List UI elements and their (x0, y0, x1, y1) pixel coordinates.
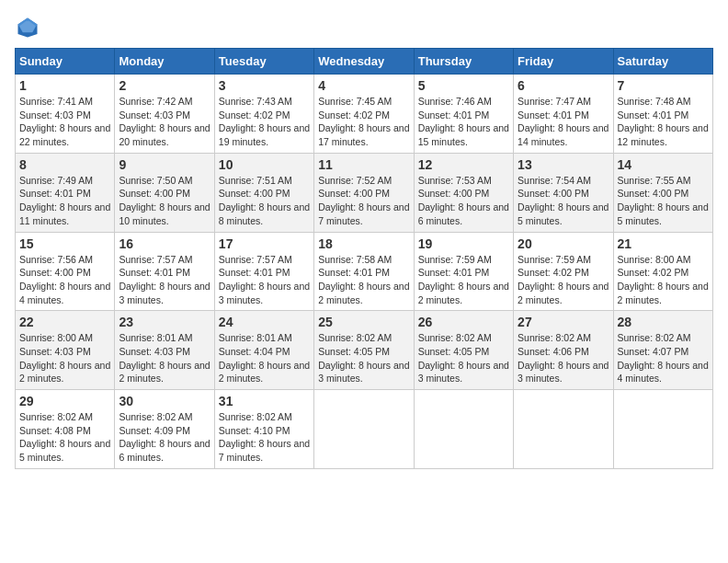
weekday-header-friday: Friday (514, 49, 613, 75)
day-detail: Sunrise: 7:50 AM Sunset: 4:00 PM Dayligh… (119, 174, 210, 228)
calendar-cell (314, 390, 414, 469)
calendar-cell: 22 Sunrise: 8:00 AM Sunset: 4:03 PM Dayl… (16, 311, 115, 390)
weekday-header-wednesday: Wednesday (314, 49, 414, 75)
weekday-header-sunday: Sunday (16, 49, 115, 75)
calendar-cell: 18 Sunrise: 7:58 AM Sunset: 4:01 PM Dayl… (314, 232, 414, 311)
calendar-week-4: 22 Sunrise: 8:00 AM Sunset: 4:03 PM Dayl… (16, 311, 713, 390)
day-number: 30 (119, 394, 210, 408)
day-detail: Sunrise: 8:02 AM Sunset: 4:07 PM Dayligh… (618, 331, 709, 385)
day-detail: Sunrise: 7:59 AM Sunset: 4:01 PM Dayligh… (418, 253, 509, 307)
day-detail: Sunrise: 7:57 AM Sunset: 4:01 PM Dayligh… (219, 253, 310, 307)
day-detail: Sunrise: 7:53 AM Sunset: 4:00 PM Dayligh… (418, 174, 509, 228)
day-detail: Sunrise: 8:02 AM Sunset: 4:05 PM Dayligh… (318, 331, 409, 385)
day-detail: Sunrise: 7:59 AM Sunset: 4:02 PM Dayligh… (518, 253, 609, 307)
calendar-cell (613, 390, 712, 469)
day-detail: Sunrise: 8:02 AM Sunset: 4:06 PM Dayligh… (518, 331, 609, 385)
day-number: 9 (119, 157, 210, 172)
day-detail: Sunrise: 7:48 AM Sunset: 4:01 PM Dayligh… (618, 95, 709, 149)
logo (15, 15, 44, 40)
calendar-cell: 4 Sunrise: 7:45 AM Sunset: 4:02 PM Dayli… (314, 75, 414, 154)
day-detail: Sunrise: 7:55 AM Sunset: 4:00 PM Dayligh… (618, 174, 709, 228)
day-number: 10 (219, 157, 310, 172)
day-number: 29 (19, 394, 110, 408)
calendar-cell: 24 Sunrise: 8:01 AM Sunset: 4:04 PM Dayl… (214, 311, 313, 390)
logo-icon (15, 15, 40, 40)
day-number: 8 (19, 157, 110, 172)
calendar-week-1: 1 Sunrise: 7:41 AM Sunset: 4:03 PM Dayli… (16, 75, 713, 154)
calendar-cell: 28 Sunrise: 8:02 AM Sunset: 4:07 PM Dayl… (613, 311, 712, 390)
day-detail: Sunrise: 7:47 AM Sunset: 4:01 PM Dayligh… (518, 95, 609, 149)
day-number: 3 (219, 78, 310, 93)
day-number: 16 (119, 236, 210, 251)
day-number: 31 (219, 394, 310, 408)
calendar-cell: 16 Sunrise: 7:57 AM Sunset: 4:01 PM Dayl… (115, 232, 214, 311)
day-detail: Sunrise: 7:56 AM Sunset: 4:00 PM Dayligh… (19, 253, 110, 307)
day-detail: Sunrise: 7:49 AM Sunset: 4:01 PM Dayligh… (19, 174, 110, 228)
day-detail: Sunrise: 8:01 AM Sunset: 4:04 PM Dayligh… (219, 331, 310, 385)
calendar-cell: 30 Sunrise: 8:02 AM Sunset: 4:09 PM Dayl… (115, 390, 214, 469)
day-number: 26 (418, 315, 509, 329)
day-number: 24 (219, 315, 310, 329)
calendar-cell: 9 Sunrise: 7:50 AM Sunset: 4:00 PM Dayli… (115, 153, 214, 232)
calendar-cell: 7 Sunrise: 7:48 AM Sunset: 4:01 PM Dayli… (613, 75, 712, 154)
calendar-cell: 21 Sunrise: 8:00 AM Sunset: 4:02 PM Dayl… (613, 232, 712, 311)
day-number: 22 (19, 315, 110, 329)
calendar-cell: 5 Sunrise: 7:46 AM Sunset: 4:01 PM Dayli… (414, 75, 513, 154)
day-detail: Sunrise: 7:46 AM Sunset: 4:01 PM Dayligh… (418, 95, 509, 149)
day-detail: Sunrise: 7:52 AM Sunset: 4:00 PM Dayligh… (318, 174, 409, 228)
day-number: 15 (19, 236, 110, 251)
day-number: 14 (618, 157, 709, 172)
calendar-cell: 15 Sunrise: 7:56 AM Sunset: 4:00 PM Dayl… (16, 232, 115, 311)
day-number: 5 (418, 78, 509, 93)
calendar-cell: 3 Sunrise: 7:43 AM Sunset: 4:02 PM Dayli… (214, 75, 313, 154)
day-number: 11 (318, 157, 409, 172)
day-detail: Sunrise: 8:02 AM Sunset: 4:05 PM Dayligh… (418, 331, 509, 385)
day-number: 27 (518, 315, 609, 329)
calendar-week-2: 8 Sunrise: 7:49 AM Sunset: 4:01 PM Dayli… (16, 153, 713, 232)
day-number: 19 (418, 236, 509, 251)
calendar-cell: 19 Sunrise: 7:59 AM Sunset: 4:01 PM Dayl… (414, 232, 513, 311)
calendar-cell: 6 Sunrise: 7:47 AM Sunset: 4:01 PM Dayli… (514, 75, 613, 154)
day-detail: Sunrise: 7:54 AM Sunset: 4:00 PM Dayligh… (518, 174, 609, 228)
day-number: 17 (219, 236, 310, 251)
calendar-cell: 23 Sunrise: 8:01 AM Sunset: 4:03 PM Dayl… (115, 311, 214, 390)
day-number: 6 (518, 78, 609, 93)
day-number: 12 (418, 157, 509, 172)
day-detail: Sunrise: 8:01 AM Sunset: 4:03 PM Dayligh… (119, 331, 210, 385)
day-number: 20 (518, 236, 609, 251)
day-detail: Sunrise: 8:00 AM Sunset: 4:03 PM Dayligh… (19, 331, 110, 385)
calendar-table: SundayMondayTuesdayWednesdayThursdayFrid… (15, 48, 713, 469)
weekday-header-tuesday: Tuesday (214, 49, 313, 75)
calendar-header: SundayMondayTuesdayWednesdayThursdayFrid… (16, 49, 713, 75)
calendar-cell: 17 Sunrise: 7:57 AM Sunset: 4:01 PM Dayl… (214, 232, 313, 311)
calendar-cell: 20 Sunrise: 7:59 AM Sunset: 4:02 PM Dayl… (514, 232, 613, 311)
weekday-header-monday: Monday (115, 49, 214, 75)
calendar-cell (514, 390, 613, 469)
header (15, 15, 713, 40)
calendar-body: 1 Sunrise: 7:41 AM Sunset: 4:03 PM Dayli… (16, 75, 713, 469)
calendar-cell: 10 Sunrise: 7:51 AM Sunset: 4:00 PM Dayl… (214, 153, 313, 232)
calendar-cell: 1 Sunrise: 7:41 AM Sunset: 4:03 PM Dayli… (16, 75, 115, 154)
calendar-cell: 29 Sunrise: 8:02 AM Sunset: 4:08 PM Dayl… (16, 390, 115, 469)
day-number: 25 (318, 315, 409, 329)
day-number: 28 (618, 315, 709, 329)
calendar-cell: 14 Sunrise: 7:55 AM Sunset: 4:00 PM Dayl… (613, 153, 712, 232)
day-number: 2 (119, 78, 210, 93)
day-detail: Sunrise: 8:02 AM Sunset: 4:08 PM Dayligh… (19, 410, 110, 465)
day-detail: Sunrise: 7:57 AM Sunset: 4:01 PM Dayligh… (119, 253, 210, 307)
day-number: 21 (618, 236, 709, 251)
day-detail: Sunrise: 7:45 AM Sunset: 4:02 PM Dayligh… (318, 95, 409, 149)
calendar-cell: 26 Sunrise: 8:02 AM Sunset: 4:05 PM Dayl… (414, 311, 513, 390)
day-number: 1 (19, 78, 110, 93)
calendar-cell: 8 Sunrise: 7:49 AM Sunset: 4:01 PM Dayli… (16, 153, 115, 232)
calendar-cell (414, 390, 513, 469)
day-detail: Sunrise: 7:43 AM Sunset: 4:02 PM Dayligh… (219, 95, 310, 149)
day-detail: Sunrise: 7:41 AM Sunset: 4:03 PM Dayligh… (19, 95, 110, 149)
weekday-row: SundayMondayTuesdayWednesdayThursdayFrid… (16, 49, 713, 75)
calendar-week-3: 15 Sunrise: 7:56 AM Sunset: 4:00 PM Dayl… (16, 232, 713, 311)
day-number: 23 (119, 315, 210, 329)
weekday-header-saturday: Saturday (613, 49, 712, 75)
calendar-cell: 13 Sunrise: 7:54 AM Sunset: 4:00 PM Dayl… (514, 153, 613, 232)
day-number: 18 (318, 236, 409, 251)
calendar-week-5: 29 Sunrise: 8:02 AM Sunset: 4:08 PM Dayl… (16, 390, 713, 469)
